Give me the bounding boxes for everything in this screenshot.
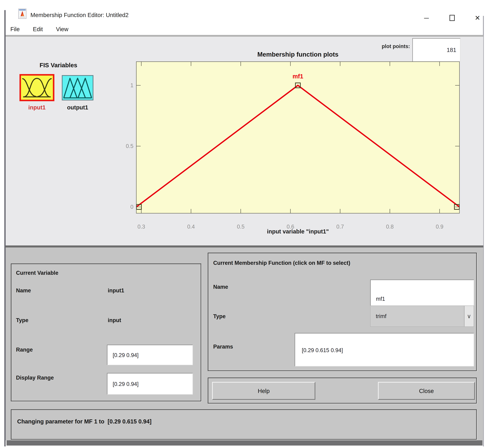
variable-name-value: input1: [108, 288, 124, 294]
x-axis-label: input variable "input1": [267, 228, 329, 235]
membership-function-plot[interactable]: 0.30.40.50.60.70.80.900.51mf1 input vari…: [115, 53, 478, 245]
plot-points-label: plot points:: [353, 43, 410, 50]
window-border-left: [4, 10, 6, 446]
menu-file[interactable]: File: [10, 25, 20, 33]
display-range-value: [0.29 0.94]: [108, 374, 192, 395]
chevron-down-icon: ∨: [467, 313, 471, 319]
variable-type-label: Type: [16, 317, 28, 323]
display-range-input[interactable]: [0.29 0.94]: [107, 373, 193, 395]
minimize-icon: ─: [424, 14, 429, 22]
matlab-app-icon: [18, 9, 26, 19]
fis-variable-input1-icon[interactable]: [19, 74, 54, 101]
status-panel: Changing parameter for MF 1 to [0.29 0.6…: [11, 409, 477, 440]
variable-type-value: input: [108, 317, 121, 323]
mf-params-label: Params: [213, 344, 233, 350]
svg-text:0: 0: [130, 204, 133, 210]
membership-function-editor-window: Membership Function Editor: Untitled2 ─ …: [0, 0, 486, 448]
plot-background[interactable]: [136, 62, 459, 213]
close-dialog-button[interactable]: Close: [378, 382, 475, 400]
svg-text:0.9: 0.9: [436, 224, 443, 230]
fis-variable-output1-icon[interactable]: [62, 75, 94, 101]
svg-text:0.3: 0.3: [137, 224, 145, 230]
window-border-bottom: [7, 440, 483, 446]
current-mf-title: Current Membership Function (click on MF…: [213, 260, 350, 266]
svg-text:0.7: 0.7: [337, 224, 344, 230]
svg-text:mf1: mf1: [293, 73, 303, 80]
dropdown-chevron-button[interactable]: ∨: [464, 306, 474, 327]
fis-variable-input1-label: input1: [19, 104, 54, 111]
current-variable-panel: Current Variable Name input1 Type input …: [11, 264, 201, 401]
close-icon: ✕: [475, 14, 480, 22]
mf-params-input[interactable]: [0.29 0.615 0.94]: [295, 333, 474, 367]
maximize-button[interactable]: [444, 12, 460, 24]
menu-edit[interactable]: Edit: [33, 25, 43, 33]
svg-text:0.4: 0.4: [187, 224, 195, 230]
mf-params-value: [0.29 0.615 0.94]: [295, 334, 474, 367]
buttons-panel: Help Close: [208, 377, 477, 404]
svg-text:0.8: 0.8: [386, 224, 394, 230]
mf-type-label: Type: [213, 313, 226, 320]
menu-view[interactable]: View: [56, 25, 68, 33]
range-input[interactable]: [0.29 0.94]: [107, 345, 193, 365]
current-mf-panel: Current Membership Function (click on MF…: [208, 253, 477, 371]
mf-type-value: trimf: [376, 306, 386, 327]
close-button[interactable]: ✕: [470, 12, 486, 24]
maximize-icon: [449, 15, 455, 21]
svg-text:0.5: 0.5: [237, 224, 244, 230]
mf-type-dropdown[interactable]: trimf ∨: [370, 305, 474, 327]
variable-name-label: Name: [16, 288, 31, 294]
title-bar: Membership Function Editor: Untitled2 ─ …: [6, 0, 483, 23]
svg-text:0.5: 0.5: [126, 143, 133, 149]
fis-variable-output1-label: output1: [62, 104, 94, 111]
window-title: Membership Function Editor: Untitled2: [31, 11, 129, 19]
current-variable-title: Current Variable: [16, 270, 58, 276]
mf-name-input[interactable]: mf1: [370, 280, 474, 308]
range-label: Range: [16, 347, 33, 353]
mf-name-label: Name: [213, 284, 228, 290]
display-range-label: Display Range: [16, 375, 54, 381]
help-button[interactable]: Help: [212, 382, 315, 400]
status-message: Changing parameter for MF 1 to [0.29 0.6…: [17, 418, 151, 425]
minimize-button[interactable]: ─: [418, 12, 434, 24]
svg-text:1: 1: [130, 82, 133, 88]
range-value: [0.29 0.94]: [108, 345, 192, 365]
fis-variables-heading: FIS Variables: [17, 62, 100, 69]
